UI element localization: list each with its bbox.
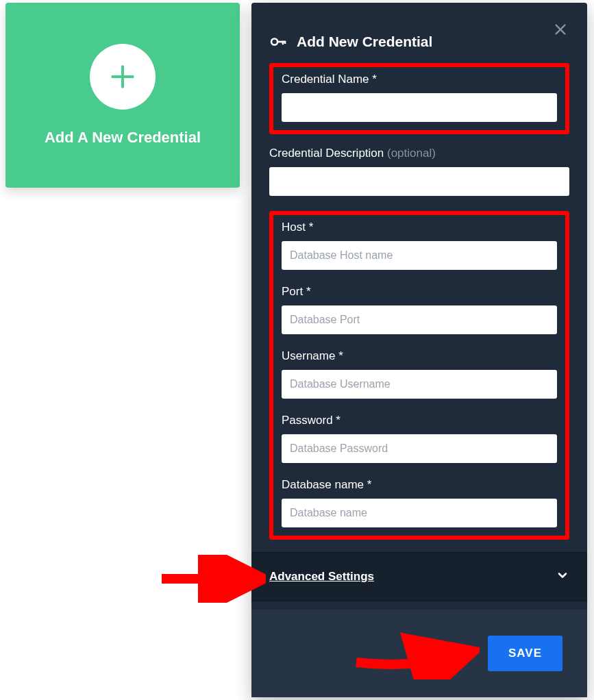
svg-rect-7	[284, 41, 286, 44]
password-group: Password *	[282, 414, 557, 463]
credential-name-input[interactable]	[282, 93, 557, 122]
credential-name-group: Credential Name *	[282, 73, 557, 122]
username-label: Username *	[282, 349, 557, 363]
panel-footer: SAVE	[251, 610, 587, 697]
password-input[interactable]	[282, 434, 557, 463]
database-input[interactable]	[282, 499, 557, 527]
password-label: Password *	[282, 414, 557, 427]
key-icon	[269, 33, 287, 51]
add-credential-card-label: Add A New Credential	[45, 129, 201, 147]
username-input[interactable]	[282, 370, 557, 399]
add-credential-card[interactable]: Add A New Credential	[5, 3, 240, 188]
save-button[interactable]: SAVE	[488, 636, 562, 671]
credential-description-group: Credential Description (optional)	[269, 147, 569, 196]
svg-rect-5	[277, 41, 285, 43]
chevron-down-icon	[556, 568, 569, 585]
database-group: Database name *	[282, 478, 557, 527]
host-label: Host *	[282, 221, 557, 234]
username-group: Username *	[282, 349, 557, 399]
plus-icon	[90, 44, 156, 110]
svg-rect-6	[282, 41, 284, 45]
credential-description-label: Credential Description (optional)	[269, 147, 569, 160]
advanced-settings-label: Advanced Settings	[269, 570, 374, 584]
host-input[interactable]	[282, 241, 557, 270]
credential-name-label: Credential Name *	[282, 73, 557, 86]
host-group: Host *	[282, 221, 557, 270]
annotation-box-credential-name: Credential Name *	[269, 63, 569, 134]
panel-title: Add New Credential	[297, 34, 432, 50]
add-credential-panel: Add New Credential Credential Name * Cre…	[251, 3, 587, 697]
port-group: Port *	[282, 285, 557, 334]
panel-header: Add New Credential	[269, 33, 569, 51]
port-input[interactable]	[282, 305, 557, 334]
credential-description-input[interactable]	[269, 167, 569, 196]
advanced-settings-toggle[interactable]: Advanced Settings	[251, 552, 587, 601]
database-label: Database name *	[282, 478, 557, 492]
close-button[interactable]	[553, 22, 568, 37]
annotation-arrow-icon	[156, 555, 266, 603]
port-label: Port *	[282, 285, 557, 299]
annotation-box-connection-fields: Host * Port * Username * Password * Data…	[269, 211, 569, 540]
svg-point-4	[271, 38, 277, 45]
